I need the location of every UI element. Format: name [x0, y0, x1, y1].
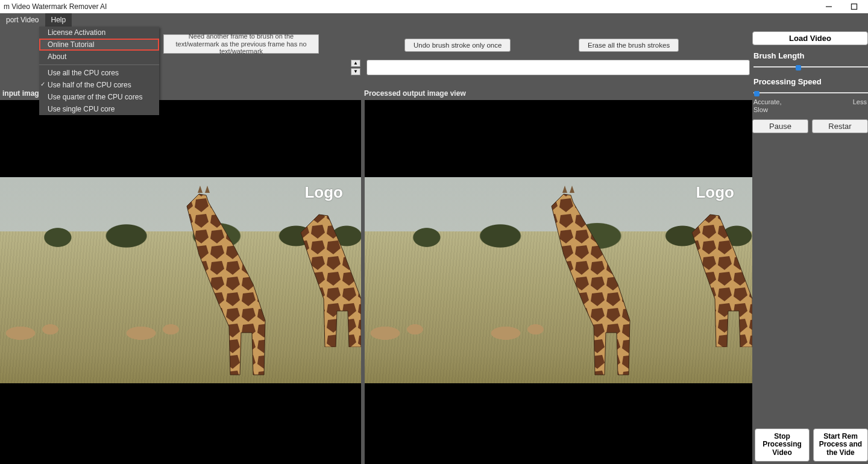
- frame-spinner[interactable]: ▲ ▼: [351, 60, 360, 75]
- load-video-button[interactable]: Load Video: [752, 31, 868, 45]
- spinner-down-icon[interactable]: ▼: [351, 68, 360, 75]
- svg-rect-1: [852, 4, 857, 10]
- processing-speed-label: Processing Speed: [753, 77, 868, 86]
- help-dropdown: License Activation Online Tutorial About…: [39, 27, 159, 115]
- menu-about[interactable]: About: [39, 51, 159, 63]
- minimize-icon[interactable]: [825, 2, 833, 11]
- output-image-panel[interactable]: Logo: [365, 100, 752, 464]
- menu-export-video[interactable]: port Video: [0, 13, 45, 27]
- brush-length-label: Brush Length: [753, 51, 868, 60]
- maximize-icon[interactable]: [850, 2, 858, 11]
- sidebar: Load Video Brush Length Processing Speed…: [752, 27, 868, 464]
- stop-processing-button[interactable]: Stop Processing Video: [755, 428, 810, 462]
- menu-cpu-half[interactable]: Use half of the CPU cores: [39, 79, 159, 91]
- hint-tooltip: Need another frame to brush on the text/…: [163, 34, 319, 54]
- input-image-panel[interactable]: Logo: [0, 100, 361, 464]
- undo-brush-button[interactable]: Undo brush stroke only once: [404, 39, 511, 52]
- menu-cpu-single[interactable]: Use single CPU core: [39, 103, 159, 115]
- pause-button[interactable]: Pause: [752, 119, 808, 133]
- restart-button[interactable]: Restar: [812, 119, 868, 133]
- menu-online-tutorial[interactable]: Online Tutorial: [39, 39, 159, 51]
- menu-help[interactable]: Help: [45, 13, 72, 27]
- output-panel-label: Processed output image view: [362, 89, 752, 98]
- watermark-overlay: Logo: [304, 183, 343, 202]
- menu-license-activation[interactable]: License Activation: [39, 27, 159, 39]
- processing-speed-slider[interactable]: [753, 89, 868, 97]
- timeline-field[interactable]: [366, 60, 750, 75]
- speed-left-label: Accurate, Slow: [753, 98, 781, 113]
- window-title: m Video Watermark Remover AI: [4, 2, 107, 11]
- spinner-up-icon[interactable]: ▲: [351, 60, 360, 67]
- output-frame: Logo: [365, 177, 752, 383]
- input-frame: Logo: [0, 177, 361, 383]
- menu-separator: [39, 64, 159, 65]
- start-removal-button[interactable]: Start Rem Process and the Vide: [813, 428, 868, 462]
- watermark-overlay-output: Logo: [696, 183, 734, 202]
- menu-bar: port Video Help License Activation Onlin…: [0, 13, 868, 27]
- menu-cpu-all[interactable]: Use all the CPU cores: [39, 67, 159, 79]
- image-panels: Logo: [0, 100, 752, 464]
- giraffe2-illustration: [295, 208, 361, 347]
- menu-cpu-quarter[interactable]: Use quarter of the CPU cores: [39, 91, 159, 103]
- title-bar: m Video Watermark Remover AI: [0, 0, 868, 13]
- speed-right-label: Less: [853, 98, 867, 113]
- erase-brush-button[interactable]: Erase all the brush strokes: [579, 39, 679, 52]
- brush-length-slider[interactable]: [753, 63, 868, 71]
